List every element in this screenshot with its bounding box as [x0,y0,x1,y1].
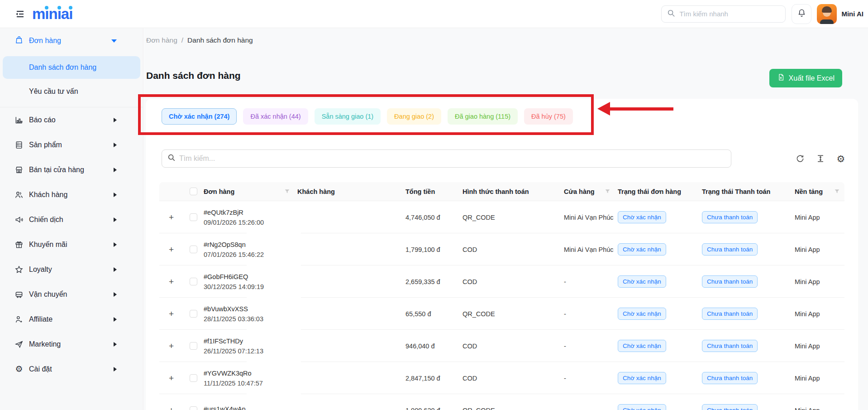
chevron-right-icon [114,367,117,371]
search-icon [667,9,675,19]
sidebar-item-marketing[interactable]: Marketing [0,332,143,357]
table-header: Đơn hàng Khách hàng Tổng tiền Hình thức … [159,182,844,201]
breadcrumb-separator: / [181,36,183,44]
orders-table: Đơn hàng Khách hàng Tổng tiền Hình thức … [159,182,844,410]
expand-row-icon[interactable]: + [169,277,174,286]
row-checkbox[interactable] [190,278,197,285]
order-status-badge: Chờ xác nhận [618,211,666,223]
app-logo[interactable]: mınıaı [32,5,72,23]
settings-icon: ⚙ [14,365,24,374]
table-search-input[interactable] [179,154,725,163]
sidebar-item-don-hang[interactable]: Đơn hàng [0,28,143,53]
filter-icon[interactable] [834,188,840,194]
expand-row-icon[interactable]: + [169,213,174,222]
global-search-input[interactable] [679,10,780,18]
table-row: + #f1IFScTHDy26/11/2025 07:12:13 946,040… [159,330,844,362]
app-window: mınıaı Min [0,0,868,410]
expand-row-icon[interactable]: + [169,374,174,382]
sidebar-item-ban-tai-cua-hang[interactable]: Bán tại cửa hàng [0,157,143,182]
order-status-badge: Chờ xác nhận [618,372,666,384]
store-icon [14,165,24,174]
order-status-badge: Chờ xác nhận [618,243,666,256]
campaign-icon [14,215,24,224]
chevron-right-icon [114,267,117,272]
customers-icon [14,190,24,199]
table-row: + #rNg2OpS8qn07/01/2026 15:46:22 1,799,1… [159,233,844,265]
sidebar-item-van-chuyen[interactable]: Vận chuyển [0,282,143,307]
page-title: Danh sách đơn hàng [146,70,241,81]
chevron-right-icon [114,317,117,322]
bell-icon [797,9,806,19]
top-bar: mınıaı Min [0,0,868,28]
payment-status-badge: Chưa thanh toán [702,243,758,256]
sidebar-item-label: Đơn hàng [29,37,61,45]
sidebar-item-chien-dich[interactable]: Chiến dịch [0,207,143,232]
sidebar-item-san-pham[interactable]: Sản phẩm [0,132,143,157]
sidebar-item-loyalty[interactable]: Loyalty [0,257,143,282]
chevron-right-icon [114,143,117,147]
row-checkbox[interactable] [190,310,197,318]
sidebar-item-affiliate[interactable]: Affiliate [0,307,143,332]
affiliate-icon [14,315,24,324]
sidebar-item-cai-dat[interactable]: ⚙ Cài đặt [0,357,143,381]
breadcrumb-parent[interactable]: Đơn hàng [146,36,177,44]
orders-card: Chờ xác nhận (274) Đã xác nhận (44) Sẵn … [146,99,858,410]
tab-da-giao-hang[interactable]: Đã giao hàng (115) [448,108,518,125]
tab-dang-giao[interactable]: Đang giao (2) [387,108,441,125]
row-checkbox[interactable] [190,374,197,382]
tab-cho-xac-nhan[interactable]: Chờ xác nhận (274) [162,108,237,125]
payment-status-badge: Chưa thanh toán [702,275,758,288]
row-checkbox[interactable] [190,342,197,350]
filter-icon[interactable] [284,188,290,194]
tab-da-xac-nhan[interactable]: Đã xác nhận (44) [243,108,308,125]
expand-row-icon[interactable]: + [169,309,174,318]
sidebar-item-yeu-cau-tu-van[interactable]: Yêu cầu tư vấn [0,80,143,103]
chevron-right-icon [114,168,117,172]
table-settings-icon[interactable]: ⚙ [836,154,846,164]
refresh-icon[interactable] [795,154,805,164]
expand-row-icon[interactable]: + [169,342,174,350]
row-checkbox[interactable] [190,213,197,221]
export-excel-button[interactable]: Xuất file Excel [769,69,842,87]
tab-san-sang-giao[interactable]: Sẵn sàng giao (1) [315,108,381,125]
product-icon [14,140,24,150]
avatar[interactable] [817,4,837,24]
sidebar-item-bao-cao[interactable]: Báo cáo [0,107,143,132]
expand-row-icon[interactable]: + [169,406,174,410]
loyalty-icon [14,265,24,274]
breadcrumb-current: Danh sách đơn hàng [187,36,253,44]
promotion-icon [14,240,24,249]
table-row: + #bVuwbXvXSS28/11/2025 03:36:03 65,550 … [159,298,844,330]
sidebar-item-khuyen-mai[interactable]: Khuyến mãi [0,232,143,257]
order-status-badge: Chờ xác nhận [618,404,666,410]
select-all-checkbox[interactable] [190,188,197,195]
chevron-right-icon [114,292,117,297]
annotation-red-arrow-head [597,102,610,116]
table-search[interactable] [162,150,731,168]
row-checkbox[interactable] [190,406,197,410]
sidebar-collapse-icon[interactable] [14,8,26,20]
chevron-right-icon [114,118,117,122]
sidebar-item-khach-hang[interactable]: Khách hàng [0,182,143,207]
table-row: + #YGVWZK3qRo11/11/2025 10:47:57 2,847,1… [159,362,844,394]
status-tabs: Chờ xác nhận (274) Đã xác nhận (44) Sẵn … [162,108,573,125]
search-icon [167,154,176,164]
order-status-badge: Chờ xác nhận [618,275,666,288]
table-row: + #urs1wX4wAp 1,009,620 đ QR_CODE - Chờ … [159,394,844,410]
order-status-badge: Chờ xác nhận [618,340,666,352]
global-search[interactable] [661,5,786,23]
chevron-right-icon [114,342,117,347]
row-checkbox[interactable] [190,246,197,253]
sidebar-item-danh-sach-don-hang[interactable]: Danh sách đơn hàng [3,56,140,79]
annotation-red-arrow [610,107,673,111]
tab-da-huy[interactable]: Đã hủy (75) [524,108,573,125]
expand-row-icon[interactable]: + [169,245,174,254]
chevron-right-icon [114,193,117,197]
row-height-icon[interactable] [816,154,825,164]
chevron-right-icon [114,242,117,247]
main-content: Đơn hàng / Danh sách đơn hàng Danh sách … [144,28,868,410]
payment-status-badge: Chưa thanh toán [702,372,758,384]
filter-icon[interactable] [605,188,610,194]
notifications-button[interactable] [792,4,811,24]
shipping-icon [14,290,24,299]
